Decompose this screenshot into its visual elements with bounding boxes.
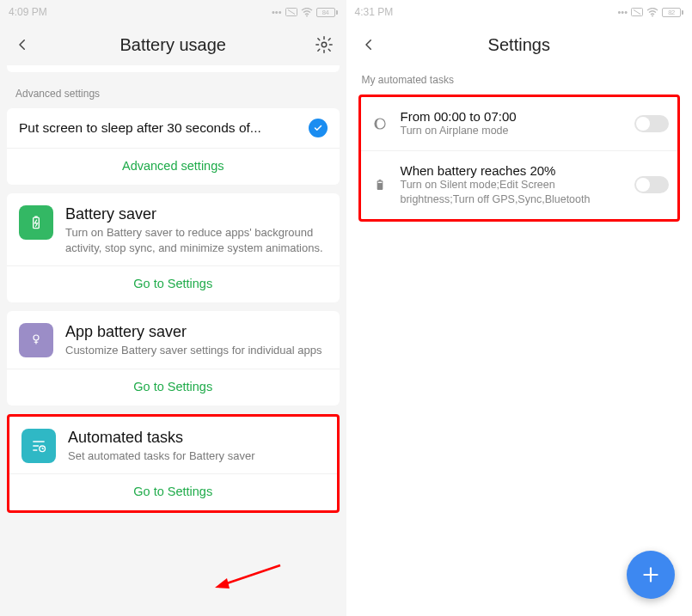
svg-point-10 (40, 446, 46, 452)
add-task-fab[interactable] (627, 551, 675, 599)
settings-screen: 4:31 PM ••• 82 Settings My automated tas… (346, 0, 693, 616)
back-button[interactable] (12, 34, 33, 55)
svg-marker-14 (215, 578, 230, 589)
automated-tasks-title: Automated tasks (68, 429, 325, 447)
task-title: From 00:00 to 07:00 (401, 109, 625, 124)
advanced-settings-link[interactable]: Advanced settings (7, 148, 340, 185)
svg-point-17 (652, 15, 653, 16)
page-title: Settings (379, 35, 660, 55)
task-title: When battery reaches 20% (401, 163, 625, 178)
status-icons: ••• 82 (617, 7, 683, 17)
automated-tasks-link[interactable]: Go to Settings (9, 473, 337, 510)
sleep-row[interactable]: Put screen to sleep after 30 seconds of.… (7, 108, 340, 148)
back-button[interactable] (358, 34, 379, 55)
sleep-card: Put screen to sleep after 30 seconds of.… (7, 108, 340, 185)
svg-point-2 (306, 15, 308, 16)
app-battery-saver-title: App battery saver (65, 323, 328, 341)
automated-tasks-icon (21, 429, 56, 463)
task-toggle[interactable] (634, 115, 669, 132)
automated-tasks-highlight: Automated tasks Set automated tasks for … (7, 414, 340, 514)
task-desc: Turn on Silent mode;Edit Screen brightne… (401, 178, 625, 207)
svg-point-3 (322, 42, 327, 47)
battery-saver-link[interactable]: Go to Settings (7, 265, 340, 302)
automated-tasks-card: Automated tasks Set automated tasks for … (9, 417, 337, 511)
automated-tasks-desc: Set automated tasks for Battery saver (68, 448, 325, 464)
sleep-row-text: Put screen to sleep after 30 seconds of.… (19, 120, 302, 136)
battery-usage-screen: 4:09 PM ••• 84 Battery usage Advanced se… (0, 0, 346, 616)
battery-saver-card: Battery saver Turn on Battery saver to r… (7, 193, 340, 302)
app-battery-saver-card: App battery saver Customize Battery save… (7, 311, 340, 406)
moon-icon (370, 113, 390, 134)
annotation-arrow (213, 561, 282, 600)
battery-saver-desc: Turn on Battery saver to reduce apps' ba… (65, 225, 328, 255)
task-desc: Turn on Airplane mode (401, 124, 625, 138)
svg-rect-20 (378, 180, 381, 180)
status-icons: ••• 84 (272, 7, 338, 17)
page-title: Battery usage (33, 35, 314, 55)
svg-line-13 (222, 565, 280, 585)
battery-icon (370, 174, 390, 195)
top-card-edge (7, 65, 340, 72)
status-time: 4:09 PM (9, 6, 47, 18)
check-icon (309, 119, 328, 137)
nav-bar: Settings (346, 24, 693, 65)
section-label: My automated tasks (358, 65, 681, 95)
task-battery-item[interactable]: When battery reaches 20% Turn on Silent … (361, 151, 678, 219)
app-battery-saver-icon (19, 323, 53, 357)
app-battery-saver-link[interactable]: Go to Settings (7, 369, 340, 406)
svg-line-16 (634, 10, 640, 15)
task-schedule-item[interactable]: From 00:00 to 07:00 Turn on Airplane mod… (361, 97, 678, 151)
nav-bar: Battery usage (0, 24, 346, 65)
battery-saver-icon (19, 205, 53, 240)
section-label: Advanced settings (7, 79, 340, 108)
status-bar: 4:31 PM ••• 82 (346, 0, 693, 24)
task-toggle[interactable] (634, 176, 669, 193)
task-list-highlight: From 00:00 to 07:00 Turn on Airplane mod… (358, 95, 681, 222)
svg-line-1 (288, 10, 295, 15)
status-bar: 4:09 PM ••• 84 (0, 0, 346, 24)
battery-saver-title: Battery saver (65, 205, 328, 223)
svg-rect-5 (34, 217, 37, 218)
app-battery-saver-desc: Customize Battery saver settings for ind… (65, 343, 328, 358)
svg-point-6 (34, 335, 39, 340)
settings-button[interactable] (314, 34, 334, 55)
status-time: 4:31 PM (355, 6, 394, 18)
svg-rect-21 (377, 182, 382, 183)
